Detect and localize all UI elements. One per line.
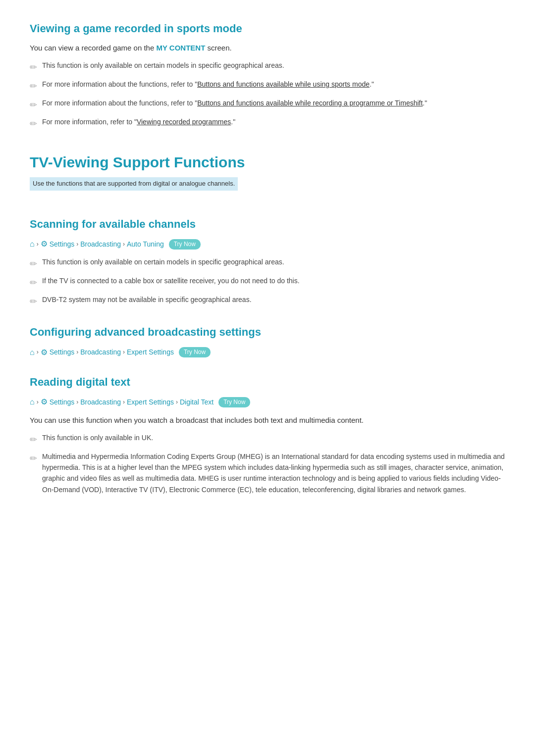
configuring-title: Configuring advanced broadcasting settin…: [30, 323, 505, 341]
section-digital-text: Reading digital text ⌂ › ⚙ Settings › Br…: [30, 373, 505, 495]
note-icon-d1: ✏: [30, 433, 37, 447]
scanning-breadcrumb: ⌂ › ⚙ Settings › Broadcasting › Auto Tun…: [30, 238, 505, 251]
note-icon-s2: ✏: [30, 276, 37, 290]
note-icon-s1: ✏: [30, 257, 37, 271]
gear-icon-3: ⚙: [41, 396, 48, 408]
section-tv-viewing-support: TV-Viewing Support Functions Use the fun…: [30, 151, 505, 201]
arrow-icon-d4: ›: [176, 398, 178, 407]
note-item: ✏ For more information about the functio…: [30, 98, 505, 112]
arrow-icon-2: ›: [76, 240, 78, 249]
scanning-note-text-2: If the TV is connected to a cable box or…: [42, 275, 300, 286]
digital-text-title: Reading digital text: [30, 373, 505, 391]
home-icon-2: ⌂: [30, 346, 35, 359]
arrow-icon-3: ›: [123, 240, 125, 249]
section-scanning: Scanning for available channels ⌂ › ⚙ Se…: [30, 215, 505, 308]
gear-icon: ⚙: [41, 238, 48, 251]
section-viewing-game-notes: ✏ This function is only available on cer…: [30, 60, 505, 131]
scanning-note-3: ✏ DVB-T2 system may not be available in …: [30, 294, 505, 309]
arrow-icon-1: ›: [37, 240, 39, 249]
arrow-icon-d3: ›: [123, 398, 125, 407]
scanning-notes: ✏ This function is only available on cer…: [30, 256, 505, 308]
note-text-4: For more information, refer to "Viewing …: [42, 116, 235, 127]
scanning-note-2: ✏ If the TV is connected to a cable box …: [30, 275, 505, 290]
note-text-3: For more information about the functions…: [42, 98, 427, 108]
note-text-1: This function is only available on certa…: [42, 60, 284, 71]
digital-text-note-1: ✏ This function is only available in UK.: [30, 432, 505, 447]
digital-text-note-text-1: This function is only available in UK.: [42, 432, 153, 443]
configuring-breadcrumb: ⌂ › ⚙ Settings › Broadcasting › Expert S…: [30, 346, 505, 359]
home-icon: ⌂: [30, 238, 35, 251]
note-icon-s3: ✏: [30, 295, 37, 309]
intro-text: You can view a recorded game on the: [30, 44, 154, 52]
try-now-badge-3[interactable]: Try Now: [218, 397, 250, 407]
tv-viewing-support-title: TV-Viewing Support Functions: [30, 151, 505, 174]
home-icon-3: ⌂: [30, 396, 35, 408]
arrow-icon-c2: ›: [76, 348, 78, 357]
tv-viewing-support-subtitle: Use the functions that are supported fro…: [30, 177, 238, 191]
link-recorded-programmes[interactable]: Viewing recorded programmes: [137, 118, 231, 126]
arrow-icon-d1: ›: [37, 398, 39, 407]
scanning-note-text-3: DVB-T2 system may not be available in sp…: [42, 294, 252, 305]
section-configuring: Configuring advanced broadcasting settin…: [30, 323, 505, 358]
section-viewing-game-intro: You can view a recorded game on the MY C…: [30, 42, 505, 54]
crumb-auto-tuning[interactable]: Auto Tuning: [127, 239, 164, 250]
arrow-icon-d2: ›: [76, 398, 78, 407]
try-now-badge-1[interactable]: Try Now: [169, 239, 201, 250]
note-icon-3: ✏: [30, 98, 37, 112]
arrow-icon-c1: ›: [37, 348, 39, 357]
digital-text-note-2: ✏ Multimedia and Hypermedia Information …: [30, 451, 505, 496]
crumb-broadcasting-1[interactable]: Broadcasting: [80, 239, 121, 250]
link-sports-mode[interactable]: Buttons and functions available while us…: [197, 80, 370, 88]
scanning-note-1: ✏ This function is only available on cer…: [30, 256, 505, 271]
digital-text-notes: ✏ This function is only available in UK.…: [30, 432, 505, 495]
crumb-settings-3[interactable]: Settings: [50, 397, 75, 407]
try-now-badge-2[interactable]: Try Now: [179, 347, 211, 357]
note-item: ✏ For more information, refer to "Viewin…: [30, 116, 505, 131]
gear-icon-2: ⚙: [41, 346, 48, 359]
my-content-link[interactable]: MY CONTENT: [156, 44, 205, 52]
crumb-settings[interactable]: Settings: [50, 239, 75, 250]
link-recording[interactable]: Buttons and functions available while re…: [197, 99, 423, 107]
note-text-2: For more information about the functions…: [42, 79, 374, 90]
note-item: ✏ This function is only available on cer…: [30, 60, 505, 75]
note-icon-2: ✏: [30, 79, 37, 94]
note-icon-1: ✏: [30, 60, 37, 75]
crumb-expert-settings-1[interactable]: Expert Settings: [127, 347, 174, 357]
crumb-digital-text[interactable]: Digital Text: [180, 397, 214, 407]
section-viewing-game-title: Viewing a game recorded in sports mode: [30, 20, 505, 37]
digital-text-note-text-2: Multimedia and Hypermedia Information Co…: [42, 451, 505, 496]
arrow-icon-c3: ›: [123, 348, 125, 357]
intro-end-text: screen.: [208, 44, 232, 52]
digital-text-breadcrumb: ⌂ › ⚙ Settings › Broadcasting › Expert S…: [30, 396, 505, 408]
digital-text-intro: You can use this function when you watch…: [30, 414, 505, 426]
section-viewing-game: Viewing a game recorded in sports mode Y…: [30, 20, 505, 131]
crumb-broadcasting-2[interactable]: Broadcasting: [80, 347, 121, 357]
crumb-broadcasting-3[interactable]: Broadcasting: [80, 397, 121, 407]
crumb-expert-settings-2[interactable]: Expert Settings: [127, 397, 174, 407]
scanning-title: Scanning for available channels: [30, 215, 505, 233]
note-item: ✏ For more information about the functio…: [30, 79, 505, 94]
crumb-settings-2[interactable]: Settings: [50, 347, 75, 357]
scanning-note-text-1: This function is only available on certa…: [42, 256, 284, 267]
note-icon-4: ✏: [30, 117, 37, 131]
note-icon-d2: ✏: [30, 452, 37, 466]
